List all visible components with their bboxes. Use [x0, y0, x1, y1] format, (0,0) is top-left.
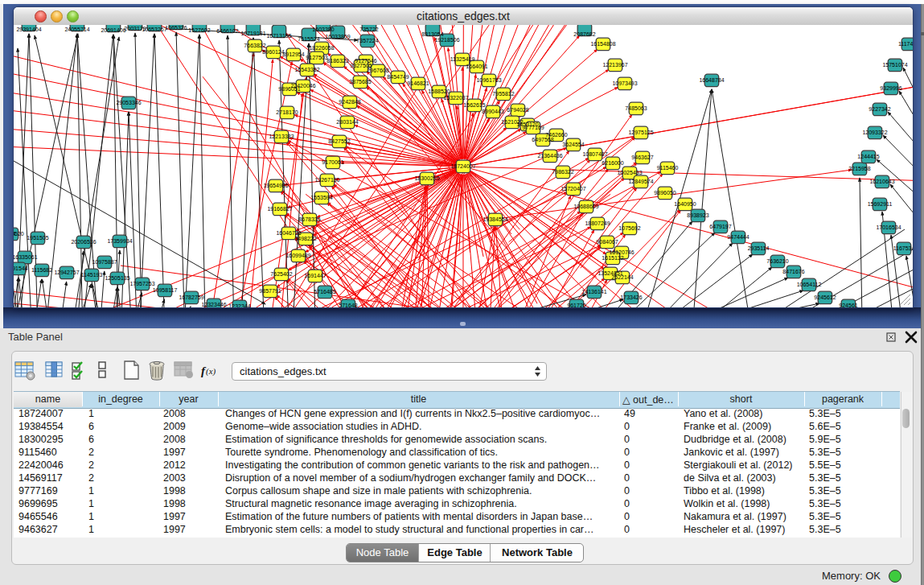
svg-text:12942757: 12942757	[54, 270, 79, 275]
svg-text:15322037: 15322037	[443, 95, 468, 101]
svg-text:6479197: 6479197	[709, 224, 731, 229]
svg-text:13267130: 13267130	[314, 177, 339, 183]
svg-text:10025433: 10025433	[617, 170, 642, 175]
svg-text:1075692: 1075692	[618, 225, 640, 231]
svg-text:1553594: 1553594	[310, 195, 332, 200]
svg-text:1951505: 1951505	[27, 235, 48, 241]
svg-text:9857791: 9857791	[259, 288, 281, 294]
svg-text:6466102: 6466102	[216, 28, 238, 34]
svg-text:18300295: 18300295	[414, 175, 439, 181]
svg-text:9463627: 9463627	[631, 154, 653, 160]
svg-text:14136141: 14136141	[581, 289, 606, 295]
svg-text:2935114: 2935114	[748, 245, 770, 251]
svg-text:15720407: 15720407	[561, 186, 585, 192]
svg-text:3498222: 3498222	[294, 236, 316, 241]
svg-text:19654985: 19654985	[263, 183, 288, 188]
svg-text:9329996: 9329996	[880, 85, 901, 91]
svg-text:16713155: 16713155	[266, 33, 291, 39]
svg-text:6216000: 6216000	[602, 160, 623, 166]
svg-text:1615132: 1615132	[602, 255, 623, 261]
svg-text:7357224: 7357224	[356, 38, 378, 43]
svg-text:9474444: 9474444	[727, 234, 749, 240]
svg-text:11325419: 11325419	[450, 56, 475, 62]
svg-text:16099489: 16099489	[285, 253, 310, 258]
svg-text:10975887: 10975887	[92, 259, 117, 265]
svg-text:17359934: 17359934	[107, 238, 132, 244]
svg-text:10973493: 10973493	[612, 80, 637, 86]
svg-text:16046736: 16046736	[276, 230, 301, 236]
svg-text:7625402: 7625402	[270, 271, 292, 277]
svg-text:7955812: 7955812	[492, 91, 514, 97]
svg-text:8186323: 8186323	[326, 58, 348, 64]
svg-text:18226058: 18226058	[309, 45, 334, 51]
svg-text:12213383: 12213383	[269, 134, 294, 139]
svg-text:5716485: 5716485	[314, 289, 335, 295]
svg-text:2718170: 2718170	[276, 109, 298, 115]
svg-text:1664091: 1664091	[466, 64, 487, 69]
svg-text:1145193: 1145193	[81, 272, 103, 278]
svg-text:1167534: 1167534	[893, 245, 913, 251]
svg-text:9242848: 9242848	[339, 99, 360, 105]
svg-text:16120746: 16120746	[609, 249, 634, 255]
svg-text:8678335: 8678335	[298, 216, 320, 222]
svg-text:16648784: 16648784	[699, 77, 724, 83]
svg-text:8471676: 8471676	[782, 269, 804, 274]
svg-text:9896051: 9896051	[278, 86, 300, 92]
svg-text:1691447: 1691447	[304, 273, 326, 278]
svg-text:1065326: 1065326	[165, 25, 187, 31]
svg-text:17016534: 17016534	[876, 225, 901, 230]
svg-text:15692911: 15692911	[868, 201, 893, 207]
svg-text:17957253: 17957253	[129, 281, 154, 286]
svg-text:12975125: 12975125	[628, 130, 653, 135]
svg-text:29391404: 29391404	[16, 27, 41, 32]
svg-text:10719181: 10719181	[240, 31, 265, 36]
svg-text:7485063: 7485063	[625, 105, 647, 111]
svg-text:1640950: 1640950	[674, 201, 696, 207]
svg-text:924561: 924561	[839, 303, 857, 307]
svg-text:1527602: 1527602	[188, 27, 210, 33]
svg-text:6497568: 6497568	[532, 137, 553, 142]
svg-text:16335061: 16335061	[14, 254, 38, 260]
svg-text:8990443: 8990443	[482, 109, 503, 114]
svg-text:26160520: 26160520	[14, 231, 24, 237]
svg-text:19384554: 19384554	[483, 216, 507, 222]
svg-text:3624554: 3624554	[562, 142, 584, 147]
svg-text:9777169: 9777169	[522, 125, 544, 130]
svg-text:1115682: 1115682	[31, 267, 52, 273]
svg-text:1117421: 1117421	[898, 41, 913, 47]
svg-text:2522144: 2522144	[611, 274, 633, 280]
svg-text:1562615: 1562615	[463, 102, 485, 108]
svg-text:(x): (x)	[206, 366, 216, 377]
svg-text:12323446: 12323446	[201, 302, 226, 307]
svg-text:16033809: 16033809	[325, 34, 350, 39]
svg-text:18807249: 18807249	[585, 220, 610, 226]
svg-text:21364436: 21364436	[537, 153, 562, 159]
svg-text:10961763: 10961763	[476, 77, 501, 83]
svg-text:9127503: 9127503	[306, 55, 327, 60]
svg-text:9084067: 9084067	[596, 239, 618, 245]
svg-text:9227342: 9227342	[869, 106, 890, 112]
svg-text:8912954: 8912954	[282, 51, 304, 57]
svg-text:3215958: 3215958	[848, 166, 870, 171]
svg-text:9146821: 9146821	[407, 80, 429, 86]
svg-text:7663822: 7663822	[244, 43, 265, 48]
svg-text:16543382: 16543382	[294, 67, 319, 72]
svg-text:9245612: 9245612	[814, 295, 836, 300]
svg-text:7515524: 7515524	[298, 36, 319, 42]
svg-text:10653267: 10653267	[142, 27, 166, 32]
svg-text:3875685: 3875685	[349, 79, 371, 84]
svg-text:12505135: 12505135	[105, 275, 129, 281]
svg-text:10958117: 10958117	[153, 287, 178, 293]
svg-text:2967608: 2967608	[367, 68, 388, 73]
svg-text:10654112: 10654112	[797, 282, 822, 287]
svg-text:1244415: 1244415	[857, 154, 879, 159]
svg-text:7462660: 7462660	[545, 132, 567, 138]
svg-text:10688609: 10688609	[573, 204, 598, 209]
svg-text:19218506: 19218506	[434, 37, 459, 43]
svg-text:7636210: 7636210	[766, 258, 788, 264]
svg-text:2087682: 2087682	[573, 31, 595, 37]
svg-text:12093322: 12093322	[862, 130, 887, 135]
svg-text:2803144: 2803144	[336, 119, 358, 125]
svg-text:19166827: 19166827	[267, 206, 292, 212]
svg-text:15751074: 15751074	[882, 62, 907, 68]
